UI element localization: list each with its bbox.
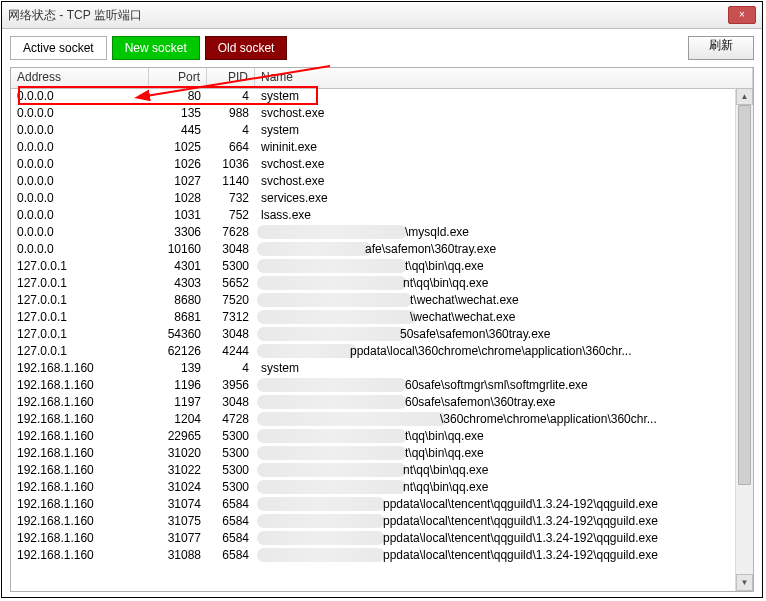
- cell-port: 22965: [149, 428, 207, 445]
- redacted-smudge: [257, 293, 412, 307]
- redacted-smudge: [257, 327, 407, 341]
- cell-address: 192.168.1.160: [11, 445, 149, 462]
- cell-name-text: t\wechat\wechat.exe: [410, 293, 519, 307]
- cell-address: 127.0.0.1: [11, 292, 149, 309]
- tab-new-socket[interactable]: New socket: [112, 36, 200, 60]
- scroll-down-arrow-icon[interactable]: ▼: [736, 574, 753, 591]
- cell-pid: 1036: [207, 156, 255, 173]
- cell-port: 31088: [149, 547, 207, 564]
- table-row[interactable]: 0.0.0.01031752lsass.exe: [11, 207, 736, 224]
- column-header-row: Address Port PID Name: [11, 68, 753, 89]
- table-row[interactable]: 127.0.0.186807520t\wechat\wechat.exe: [11, 292, 736, 309]
- table-row[interactable]: 0.0.0.01028732services.exe: [11, 190, 736, 207]
- cell-name: ppdata\local\tencent\qqguild\1.3.24-192\…: [255, 530, 736, 547]
- table-row[interactable]: 127.0.0.154360304850safe\safemon\360tray…: [11, 326, 736, 343]
- cell-pid: 4244: [207, 343, 255, 360]
- redacted-smudge: [257, 344, 357, 358]
- cell-address: 127.0.0.1: [11, 343, 149, 360]
- cell-port: 31022: [149, 462, 207, 479]
- table-row[interactable]: 192.168.1.160310225300nt\qq\bin\qq.exe: [11, 462, 736, 479]
- table-row[interactable]: 0.0.0.04454system: [11, 122, 736, 139]
- table-row[interactable]: 0.0.0.0101603048afe\safemon\360tray.exe: [11, 241, 736, 258]
- cell-pid: 6584: [207, 513, 255, 530]
- column-header-address[interactable]: Address: [11, 68, 149, 88]
- toolbar: Active socket New socket Old socket 刷新: [2, 29, 762, 67]
- cell-address: 192.168.1.160: [11, 479, 149, 496]
- column-header-name[interactable]: Name: [255, 68, 753, 88]
- cell-pid: 3048: [207, 394, 255, 411]
- cell-name-text: nt\qq\bin\qq.exe: [403, 480, 488, 494]
- table-row[interactable]: 0.0.0.010271140svchost.exe: [11, 173, 736, 190]
- tab-active-socket[interactable]: Active socket: [10, 36, 107, 60]
- cell-port: 1027: [149, 173, 207, 190]
- table-row[interactable]: 192.168.1.1601394system: [11, 360, 736, 377]
- cell-pid: 5300: [207, 428, 255, 445]
- cell-address: 0.0.0.0: [11, 190, 149, 207]
- table-row[interactable]: 192.168.1.160310205300t\qq\bin\qq.exe: [11, 445, 736, 462]
- cell-port: 10160: [149, 241, 207, 258]
- redacted-smudge: [257, 395, 407, 409]
- cell-port: 4303: [149, 275, 207, 292]
- table-row[interactable]: 192.168.1.1601197304860safe\safemon\360t…: [11, 394, 736, 411]
- scroll-thumb[interactable]: [738, 105, 751, 485]
- cell-address: 0.0.0.0: [11, 139, 149, 156]
- cell-port: 445: [149, 122, 207, 139]
- table-row[interactable]: 192.168.1.160310746584ppdata\local\tence…: [11, 496, 736, 513]
- cell-pid: 752: [207, 207, 255, 224]
- listview: Address Port PID Name 0.0.0.0804system0.…: [10, 67, 754, 592]
- table-row[interactable]: 192.168.1.16012044728\360chrome\chrome\a…: [11, 411, 736, 428]
- table-row[interactable]: 127.0.0.1621264244ppdata\local\360chrome…: [11, 343, 736, 360]
- cell-address: 0.0.0.0: [11, 241, 149, 258]
- cell-pid: 7312: [207, 309, 255, 326]
- table-row[interactable]: 127.0.0.143015300t\qq\bin\qq.exe: [11, 258, 736, 275]
- table-row[interactable]: 127.0.0.143035652nt\qq\bin\qq.exe: [11, 275, 736, 292]
- table-row[interactable]: 192.168.1.160310776584ppdata\local\tence…: [11, 530, 736, 547]
- redacted-smudge: [257, 480, 407, 494]
- redacted-smudge: [257, 429, 407, 443]
- cell-name: ppdata\local\tencent\qqguild\1.3.24-192\…: [255, 496, 736, 513]
- cell-name: wininit.exe: [255, 139, 736, 156]
- cell-address: 0.0.0.0: [11, 122, 149, 139]
- cell-name: \360chrome\chrome\application\360chr...: [255, 411, 736, 428]
- column-header-pid[interactable]: PID: [207, 68, 255, 88]
- table-row[interactable]: 0.0.0.010261036svchost.exe: [11, 156, 736, 173]
- tab-old-socket[interactable]: Old socket: [205, 36, 288, 60]
- column-header-port[interactable]: Port: [149, 68, 207, 88]
- cell-name-text: 50safe\safemon\360tray.exe: [400, 327, 551, 341]
- cell-pid: 3956: [207, 377, 255, 394]
- table-row[interactable]: 192.168.1.160310886584ppdata\local\tence…: [11, 547, 736, 564]
- cell-address: 192.168.1.160: [11, 496, 149, 513]
- close-icon: ×: [739, 10, 745, 20]
- cell-name-text: t\qq\bin\qq.exe: [405, 429, 484, 443]
- cell-port: 31077: [149, 530, 207, 547]
- cell-port: 1197: [149, 394, 207, 411]
- redacted-smudge: [257, 412, 447, 426]
- table-row[interactable]: 192.168.1.1601196395660safe\softmgr\sml\…: [11, 377, 736, 394]
- cell-address: 0.0.0.0: [11, 224, 149, 241]
- cell-pid: 4: [207, 360, 255, 377]
- table-row[interactable]: 127.0.0.186817312\wechat\wechat.exe: [11, 309, 736, 326]
- cell-pid: 1140: [207, 173, 255, 190]
- scroll-up-arrow-icon[interactable]: ▲: [736, 88, 753, 105]
- cell-name: nt\qq\bin\qq.exe: [255, 275, 736, 292]
- table-row[interactable]: 192.168.1.160229655300t\qq\bin\qq.exe: [11, 428, 736, 445]
- cell-pid: 5300: [207, 258, 255, 275]
- cell-name-text: \mysqld.exe: [405, 225, 469, 239]
- cell-pid: 7520: [207, 292, 255, 309]
- cell-name: t\qq\bin\qq.exe: [255, 258, 736, 275]
- cell-pid: 3048: [207, 241, 255, 258]
- table-row[interactable]: 192.168.1.160310756584ppdata\local\tence…: [11, 513, 736, 530]
- table-row[interactable]: 192.168.1.160310245300nt\qq\bin\qq.exe: [11, 479, 736, 496]
- table-row[interactable]: 0.0.0.01025664wininit.exe: [11, 139, 736, 156]
- table-row[interactable]: 0.0.0.0135988svchost.exe: [11, 105, 736, 122]
- table-row[interactable]: 0.0.0.033067628\mysqld.exe: [11, 224, 736, 241]
- redacted-smudge: [257, 531, 385, 545]
- cell-name: \mysqld.exe: [255, 224, 736, 241]
- cell-name-text: t\qq\bin\qq.exe: [405, 446, 484, 460]
- vertical-scrollbar[interactable]: ▲ ▼: [735, 88, 753, 591]
- table-row[interactable]: 0.0.0.0804system: [11, 88, 736, 105]
- redacted-smudge: [257, 463, 407, 477]
- refresh-button[interactable]: 刷新: [688, 36, 754, 60]
- close-button[interactable]: ×: [728, 6, 756, 24]
- cell-name: afe\safemon\360tray.exe: [255, 241, 736, 258]
